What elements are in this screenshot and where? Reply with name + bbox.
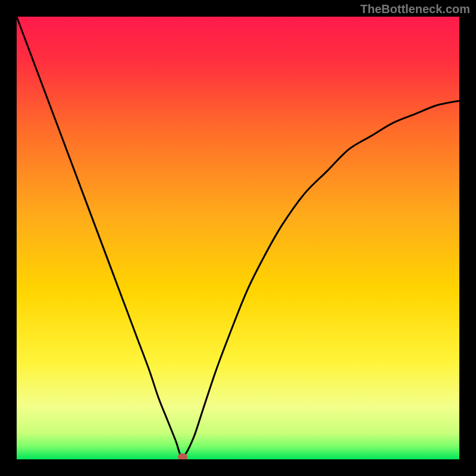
- optimum-marker: [178, 453, 187, 459]
- plot-area: [17, 17, 459, 459]
- bottleneck-curve: [17, 17, 459, 459]
- watermark-text: TheBottleneck.com: [361, 2, 470, 16]
- chart-frame: TheBottleneck.com: [0, 0, 476, 476]
